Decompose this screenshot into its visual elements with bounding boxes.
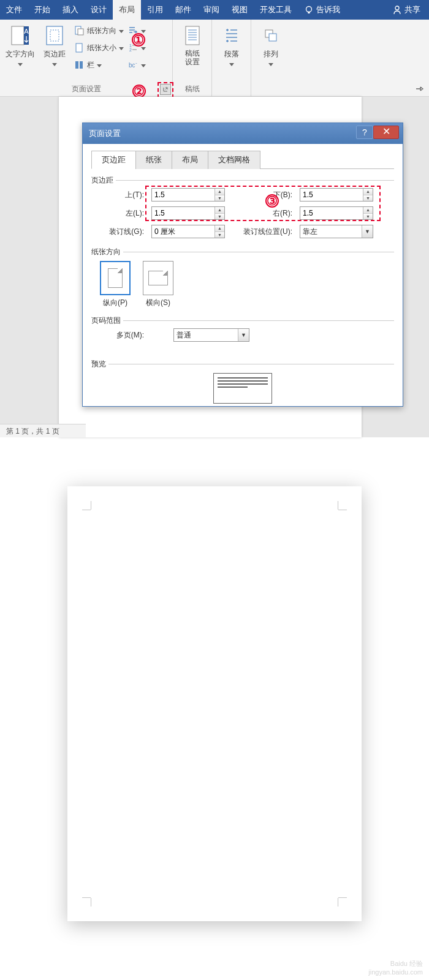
input-right[interactable]: ▲▼ xyxy=(300,206,373,220)
menu-developer[interactable]: 开发工具 xyxy=(254,0,298,20)
share-button[interactable]: 共享 xyxy=(384,4,429,15)
dialog-titlebar[interactable]: 页面设置 ? ✕ xyxy=(83,123,403,144)
size-button[interactable]: 纸张大小 xyxy=(74,40,124,55)
pin-ribbon-button[interactable] xyxy=(414,84,424,94)
section-orientation-label: 纸张方向 xyxy=(91,247,121,257)
input-top[interactable]: ▲▼ xyxy=(151,188,225,202)
spin-up-icon[interactable]: ▲ xyxy=(215,189,224,195)
manuscript-icon xyxy=(183,24,202,47)
svg-text:A: A xyxy=(24,28,29,35)
menu-insert[interactable]: 插入 xyxy=(56,0,85,20)
orientation-button[interactable]: 纸张方向 xyxy=(74,23,124,38)
portrait-label: 纵向(P) xyxy=(103,298,127,308)
landscape-option[interactable]: 横向(S) xyxy=(143,261,173,308)
margins-button[interactable]: 页边距 xyxy=(39,22,70,66)
tell-me-label: 告诉我 xyxy=(316,4,340,15)
spin-up-icon[interactable]: ▲ xyxy=(215,225,224,232)
line-numbers-button[interactable]: 12 xyxy=(127,40,146,55)
page-setup-dialog: 页面设置 ? ✕ 页边距 纸张 布局 文档网格 页边距 上(T): ▲▼ 下(B… xyxy=(82,123,403,407)
tab-margins[interactable]: 页边距 xyxy=(91,151,136,169)
hyphenation-button[interactable]: bc- xyxy=(127,58,146,72)
page-size-icon xyxy=(74,42,85,53)
breaks-button[interactable] xyxy=(127,23,146,38)
arrange-label: 排列 xyxy=(264,49,278,59)
svg-rect-19 xyxy=(269,34,276,41)
svg-point-2 xyxy=(395,6,399,10)
dropdown-icon[interactable]: ▼ xyxy=(238,329,249,341)
dropdown-icon xyxy=(52,63,57,66)
svg-rect-17 xyxy=(186,26,199,45)
group-page-setup: A 文字方向 页边距 纸张方向 xyxy=(0,20,173,96)
tab-layout[interactable]: 布局 xyxy=(172,151,208,169)
dropdown-icon[interactable]: ▼ xyxy=(362,225,373,238)
menu-home[interactable]: 开始 xyxy=(28,0,56,20)
svg-text:2: 2 xyxy=(129,48,132,52)
spin-up-icon[interactable]: ▲ xyxy=(215,207,224,214)
menu-mailings[interactable]: 邮件 xyxy=(169,0,197,20)
spin-down-icon[interactable]: ▼ xyxy=(215,214,224,220)
svg-point-0 xyxy=(306,7,312,12)
spin-up-icon[interactable]: ▲ xyxy=(363,207,373,214)
spin-down-icon[interactable]: ▼ xyxy=(215,195,224,202)
dialog-help-button[interactable]: ? xyxy=(356,126,373,139)
svg-rect-3 xyxy=(12,26,24,45)
columns-button[interactable]: 栏 xyxy=(74,58,124,72)
menu-design[interactable]: 设计 xyxy=(85,0,113,20)
input-bottom[interactable]: ▲▼ xyxy=(300,188,373,202)
paragraph-button[interactable]: 段落 xyxy=(217,22,246,66)
dialog-tabs: 页边距 纸张 布局 文档网格 xyxy=(91,150,394,169)
page-setup-launcher[interactable] xyxy=(160,84,171,95)
arrange-button[interactable]: 排列 xyxy=(256,22,286,66)
menu-references[interactable]: 引用 xyxy=(141,0,169,20)
paragraph-icon xyxy=(222,24,241,47)
spin-down-icon[interactable]: ▼ xyxy=(215,232,224,238)
share-label: 共享 xyxy=(404,4,420,15)
landscape-label: 横向(S) xyxy=(146,298,170,308)
crop-mark-tr xyxy=(335,501,347,513)
text-direction-button[interactable]: A 文字方向 xyxy=(5,22,36,66)
menu-review[interactable]: 审阅 xyxy=(197,0,226,20)
input-gutter[interactable]: ▲▼ xyxy=(151,225,225,238)
orientation-icon xyxy=(74,25,85,36)
spin-up-icon[interactable]: ▲ xyxy=(363,189,373,195)
multi-value: 普通 xyxy=(174,329,238,341)
tab-grid[interactable]: 文档网格 xyxy=(208,151,260,169)
dropdown-icon xyxy=(141,64,146,67)
select-multi[interactable]: 普通▼ xyxy=(173,328,249,342)
section-margins-label: 页边距 xyxy=(91,175,113,186)
input-left[interactable]: ▲▼ xyxy=(151,206,225,220)
portrait-option[interactable]: 纵向(P) xyxy=(100,261,131,308)
section-preview-label: 预览 xyxy=(91,359,106,369)
label-top: 上(T): xyxy=(100,190,146,200)
orientation-label: 纸张方向 xyxy=(87,26,116,36)
group-manuscript: 稿纸 设置 稿纸 xyxy=(173,20,212,96)
label-gutter: 装订线(G): xyxy=(100,227,146,237)
svg-rect-9 xyxy=(78,29,83,35)
launcher-icon xyxy=(162,86,169,92)
dialog-close-button[interactable]: ✕ xyxy=(373,126,399,139)
text-direction-icon: A xyxy=(10,24,30,47)
spin-down-icon[interactable]: ▼ xyxy=(363,195,373,202)
manuscript-button[interactable]: 稿纸 设置 xyxy=(178,22,207,66)
crop-mark-bl xyxy=(82,894,94,907)
tab-paper[interactable]: 纸张 xyxy=(135,151,172,169)
dropdown-icon xyxy=(268,63,273,66)
menu-file[interactable]: 文件 xyxy=(0,0,28,20)
paragraph-label: 段落 xyxy=(224,49,239,59)
menu-view[interactable]: 视图 xyxy=(226,0,254,20)
tell-me[interactable]: 告诉我 xyxy=(298,4,346,15)
svg-rect-10 xyxy=(76,43,82,52)
select-gutter-pos[interactable]: 靠左▼ xyxy=(300,225,373,238)
arrange-icon xyxy=(262,24,280,47)
label-multi: 多页(M): xyxy=(100,330,146,341)
spin-down-icon[interactable]: ▼ xyxy=(363,214,373,220)
svg-text:1: 1 xyxy=(129,43,132,48)
menu-layout[interactable]: 布局 xyxy=(113,0,141,20)
dropdown-icon xyxy=(141,30,146,33)
menubar: 文件 开始 插入 设计 布局 引用 邮件 审阅 视图 开发工具 告诉我 共享 xyxy=(0,0,429,20)
margins-icon xyxy=(45,24,64,47)
label-gutter-pos: 装订线位置(U): xyxy=(230,227,295,237)
svg-rect-1 xyxy=(308,12,310,13)
blank-page xyxy=(67,486,362,921)
dropdown-icon xyxy=(229,63,234,66)
